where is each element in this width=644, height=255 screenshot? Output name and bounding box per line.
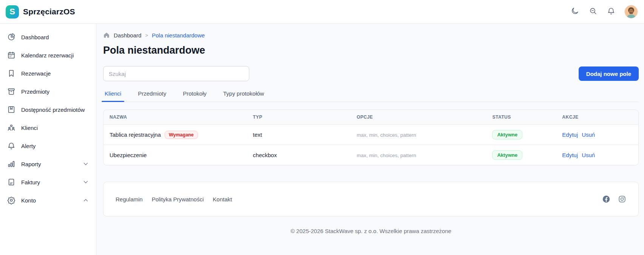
sidebar-item-kalendarz-rezerwacji[interactable]: Kalendarz rezerwacji: [0, 46, 96, 64]
footer: RegulaminPolityka PrywatnościKontakt: [103, 182, 639, 216]
tab-przedmioty[interactable]: Przedmioty: [136, 90, 168, 102]
chevron-down-icon: [82, 179, 89, 185]
facebook-icon[interactable]: [602, 195, 610, 203]
tab-bar: KlienciPrzedmiotyProtokołyTypy protokołó…: [103, 90, 639, 102]
fields-table-card: NAZWATYPOPCJESTATUSAKCJE Tablica rejestr…: [103, 110, 639, 165]
top-header: S SprzęciarzOS: [0, 0, 644, 24]
tab-protoko-y[interactable]: Protokoły: [181, 90, 208, 102]
delete-link[interactable]: Usuń: [582, 131, 595, 138]
sidebar-item-przedmioty[interactable]: Przedmioty: [0, 82, 96, 100]
table-header-row: NAZWATYPOPCJESTATUSAKCJE: [103, 110, 638, 125]
breadcrumb-current: Pola niestandardowe: [152, 32, 205, 39]
chevron-down-icon: [82, 161, 89, 167]
users-icon: [7, 123, 16, 132]
sidebar-item-alerty[interactable]: Alerty: [0, 137, 96, 155]
footer-links: RegulaminPolityka PrywatnościKontakt: [116, 196, 232, 202]
page-title: Pola niestandardowe: [103, 45, 639, 56]
field-name: Ubezpieczenie: [110, 152, 147, 158]
copyright-text: © 2025-2026 StackWave sp. z o.o. Wszelki…: [103, 228, 639, 234]
fields-table: NAZWATYPOPCJESTATUSAKCJE Tablica rejestr…: [103, 110, 638, 165]
bell-icon: [7, 141, 16, 150]
tab-klienci[interactable]: Klienci: [103, 90, 123, 102]
footer-socials: [602, 195, 626, 203]
footer-link-kontakt[interactable]: Kontakt: [213, 196, 232, 202]
edit-link[interactable]: Edytuj: [562, 131, 578, 138]
sidebar-item-raporty[interactable]: Raporty: [0, 155, 96, 173]
bell-icon: [607, 7, 615, 17]
dark-mode-toggle[interactable]: [570, 7, 580, 17]
document-icon: [7, 178, 16, 187]
column-header-nazwa: NAZWA: [103, 110, 247, 125]
archive-box-icon: [7, 87, 16, 96]
breadcrumb-separator: >: [145, 32, 148, 38]
app-logo-icon: S: [6, 5, 19, 19]
chevron-up-icon: [82, 197, 89, 204]
instagram-icon[interactable]: [618, 195, 626, 203]
moon-icon: [571, 7, 579, 17]
zoom-out-icon: [589, 7, 597, 17]
sidebar-item-dostepnosc-przedmiotow[interactable]: Dostępność przedmiotów: [0, 100, 96, 119]
sidebar-item-dashboard[interactable]: Dashboard: [0, 28, 96, 46]
gear-icon: [7, 196, 16, 205]
footer-link-regulamin[interactable]: Regulamin: [116, 196, 143, 202]
column-header-akcje: AKCJE: [556, 110, 638, 125]
sidebar-item-label: Przedmioty: [21, 88, 89, 95]
sidebar-item-label: Faktury: [21, 179, 82, 185]
table-row: Tablica rejestracyjnaWymaganetextmax, mi…: [103, 125, 638, 145]
sidebar-item-label: Kalendarz rezerwacji: [21, 52, 89, 59]
column-header-typ: TYP: [247, 110, 351, 125]
status-badge: Aktywne: [492, 150, 522, 160]
sidebar-item-label: Dashboard: [21, 34, 89, 40]
notifications-button[interactable]: [606, 7, 616, 17]
sidebar-item-label: Konto: [21, 197, 82, 204]
status-badge: Aktywne: [492, 130, 522, 139]
breadcrumb-dashboard[interactable]: Dashboard: [114, 32, 141, 39]
field-name: Tablica rejestracyjna: [110, 131, 161, 138]
brand[interactable]: S SprzęciarzOS: [6, 5, 75, 19]
delete-link[interactable]: Usuń: [582, 152, 595, 158]
search-input[interactable]: [103, 66, 249, 81]
required-badge: Wymagane: [165, 131, 198, 139]
column-header-opcje: OPCJE: [351, 110, 486, 125]
bookmark-icon: [7, 69, 16, 78]
tab-typy-protoko-ow[interactable]: Typy protokołów: [222, 90, 266, 102]
sidebar-item-label: Rezerwacje: [21, 70, 89, 77]
field-options: max, min, choices, pattern: [357, 153, 416, 158]
toolbar: Dodaj nowe pole: [103, 66, 639, 81]
bar-chart-icon: [7, 159, 16, 168]
field-type: checkbox: [247, 145, 351, 165]
footer-link-polityka-prywatnosci[interactable]: Polityka Prywatności: [152, 196, 204, 202]
pie-chart-icon: [7, 32, 16, 42]
table-row: Ubezpieczeniecheckboxmax, min, choices, …: [103, 145, 638, 165]
sidebar-item-rezerwacje[interactable]: Rezerwacje: [0, 64, 96, 82]
sidebar-nav: DashboardKalendarz rezerwacjiRezerwacjeP…: [0, 24, 96, 255]
add-field-button[interactable]: Dodaj nowe pole: [579, 66, 639, 81]
calendar-icon: [7, 51, 16, 60]
app-title: SprzęciarzOS: [23, 7, 75, 16]
table-body: Tablica rejestracyjnaWymaganetextmax, mi…: [103, 125, 638, 165]
zoom-out-button[interactable]: [588, 7, 598, 17]
sidebar-item-label: Dostępność przedmiotów: [21, 107, 89, 113]
book-bookmark-icon: [7, 105, 16, 114]
sidebar-item-label: Alerty: [21, 143, 89, 149]
edit-link[interactable]: Edytuj: [562, 152, 578, 158]
column-header-status: STATUS: [486, 110, 556, 125]
header-actions: [570, 5, 638, 19]
user-avatar[interactable]: [624, 5, 638, 19]
sidebar-item-konto[interactable]: Konto: [0, 191, 96, 209]
field-options: max, min, choices, pattern: [357, 132, 416, 138]
sidebar-item-klienci[interactable]: Klienci: [0, 119, 96, 137]
sidebar-item-label: Klienci: [21, 125, 89, 131]
sidebar-item-label: Raporty: [21, 161, 82, 167]
breadcrumb: Dashboard > Pola niestandardowe: [103, 32, 639, 39]
main-content: Dashboard > Pola niestandardowe Pola nie…: [96, 24, 644, 255]
sidebar-item-faktury[interactable]: Faktury: [0, 173, 96, 191]
home-icon: [103, 32, 110, 39]
field-type: text: [247, 125, 351, 145]
